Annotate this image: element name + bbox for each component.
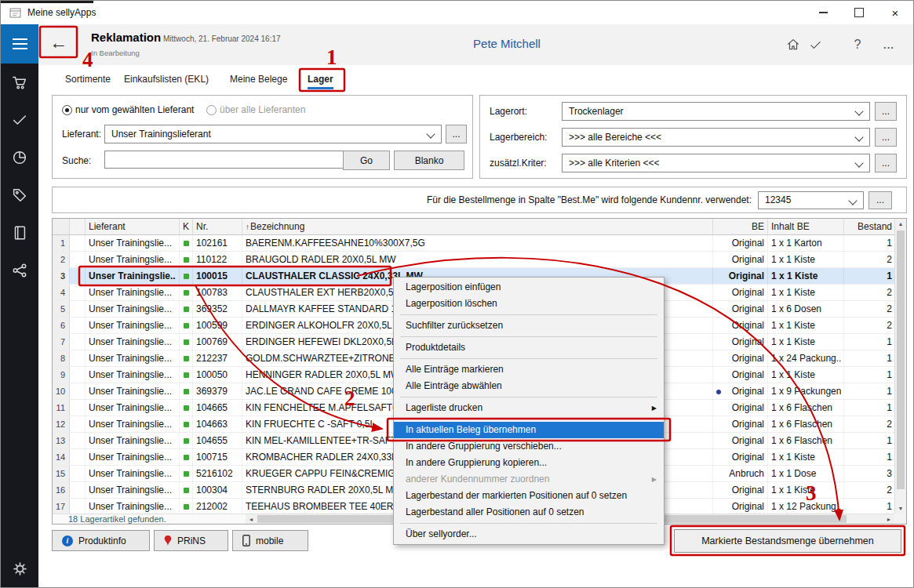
filter-dropdown[interactable]: >>> alle Bereiche <<< — [562, 128, 870, 147]
cell-inhalt-be: 1 x 24 Packung.. — [768, 350, 844, 366]
tab[interactable]: Lager — [308, 67, 333, 92]
scroll-down-icon[interactable]: ▼ — [895, 503, 906, 514]
column-header-k[interactable]: K — [180, 219, 193, 234]
user-name[interactable]: Pete Mitchell — [440, 37, 574, 50]
scroll-left-icon[interactable]: ◄ — [246, 514, 257, 524]
back-button[interactable]: ← — [42, 28, 75, 57]
sidebar-item-journal[interactable] — [1, 214, 38, 252]
row-selector-cell — [70, 334, 86, 350]
cell-nr: 212237 — [193, 350, 242, 366]
cell-lieferant: Unser Trainingslie... — [86, 334, 180, 350]
blanko-button[interactable]: Blanko — [394, 151, 464, 170]
minimize-button[interactable] — [805, 1, 841, 24]
customer-number-more-button[interactable]: ... — [868, 191, 892, 209]
cell-bestand: 1 — [844, 433, 896, 448]
column-header-inhalt-be[interactable]: Inhalt BE — [768, 219, 844, 234]
filter-more-button[interactable]: ... — [875, 102, 897, 121]
context-menu-item[interactable]: Lagerbestand der markierten Positionen a… — [394, 488, 664, 504]
column-header-bezeichnung[interactable]: ↑Bezeichnung — [242, 219, 713, 234]
sidebar-item-cart[interactable] — [1, 64, 38, 101]
tab[interactable]: Sortimente — [65, 67, 111, 92]
maximize-button[interactable] — [841, 1, 877, 24]
produktinfo-button[interactable]: i Produktinfo — [52, 530, 150, 551]
context-menu-item[interactable]: Suchfilter zurücksetzen ▶ — [394, 318, 664, 334]
column-header-be[interactable]: BE — [713, 219, 768, 234]
cell-nr: 104665 — [193, 400, 242, 416]
context-menu-item[interactable]: In aktuellen Beleg übernehmen ▶ — [394, 422, 664, 438]
tab[interactable]: Meine Belege — [230, 67, 287, 92]
filter-more-button[interactable]: ... — [875, 128, 897, 147]
supplier-dropdown[interactable]: Unser Trainingslieferant — [104, 125, 442, 143]
menu-button[interactable] — [1, 24, 38, 64]
vertical-scrollbar-thumb[interactable] — [897, 230, 905, 489]
window-controls: × — [805, 1, 913, 24]
stock-status-dot — [184, 339, 189, 345]
filter-more-button[interactable]: ... — [875, 154, 897, 172]
filter-label: zusätzl.Kriter: — [490, 158, 557, 169]
sidebar-item-tasks[interactable] — [1, 101, 38, 139]
apply-marked-quantity-button[interactable]: Markierte Bestandsmenge übernehmen — [674, 529, 901, 553]
cell-bestand: 1 — [844, 235, 896, 251]
cell-inhalt-be: 1 x 1 Kiste — [768, 285, 844, 300]
page-status: In Bearbeitung — [91, 49, 140, 57]
filter-dropdown[interactable]: Trockenlager — [562, 102, 870, 121]
help-button[interactable]: ? — [847, 34, 868, 56]
supplier-filter-panel: nur vom gewählten Lieferant über alle Li… — [52, 95, 473, 179]
radio-all-suppliers[interactable] — [206, 105, 217, 115]
confirm-button[interactable] — [804, 34, 826, 56]
search-input[interactable] — [104, 151, 348, 169]
row-number: 15 — [53, 466, 70, 481]
context-menu-item[interactable]: anderer Kundennummer zuordnen ▶ — [394, 471, 664, 488]
radio-selected-supplier[interactable] — [62, 105, 72, 115]
row-selector-cell — [70, 433, 86, 448]
stock-status-dot — [184, 389, 189, 394]
go-button[interactable]: Go — [343, 151, 390, 170]
home-button[interactable] — [782, 34, 804, 56]
table-row[interactable]: 1 Unser Trainingslie... 102161 BAERENM.K… — [53, 235, 906, 252]
cell-bezeichnung: BRAUGOLD RADLER 20X0,5L MW — [242, 252, 713, 267]
filter-dropdown[interactable]: >>> alle Kriterien <<< — [562, 154, 870, 172]
supplier-more-button[interactable]: ... — [446, 125, 467, 143]
context-menu-item[interactable]: Über sellyorder... ▶ — [394, 526, 664, 543]
cell-k — [180, 400, 193, 416]
context-menu-item[interactable]: Alle Einträge markieren ▶ — [394, 361, 664, 378]
sidebar-item-share[interactable] — [1, 252, 38, 289]
check-icon — [809, 38, 822, 52]
tab-bar: SortimenteEinkaufslisten (EKL)Meine Bele… — [38, 67, 914, 92]
context-menu-item[interactable]: In andere Gruppierung verschieben... ▶ — [394, 438, 664, 455]
cell-be: Original — [713, 235, 768, 251]
column-header-bestand[interactable]: Bestand — [844, 219, 896, 234]
context-menu-item[interactable]: In andere Gruppierung kopieren... ▶ — [394, 455, 664, 471]
customer-number-dropdown[interactable]: 12345 — [758, 191, 864, 209]
row-number: 11 — [53, 400, 70, 416]
context-menu-item[interactable]: Lagerbestand aller Positionen auf 0 setz… — [394, 504, 664, 521]
close-button[interactable]: × — [877, 1, 913, 24]
cell-k — [180, 466, 193, 481]
sidebar-item-statistics[interactable] — [1, 139, 38, 176]
tab[interactable]: Einkaufslisten (EKL) — [124, 67, 209, 92]
vertical-scrollbar[interactable]: ▲ ▼ — [894, 219, 906, 514]
scroll-right-icon[interactable]: ► — [883, 514, 894, 524]
context-menu-item[interactable]: Produktdetails ▶ — [394, 339, 664, 356]
row-selector-cell — [70, 383, 86, 399]
scroll-up-icon[interactable]: ▲ — [895, 219, 906, 229]
cell-inhalt-be: 1 x 9 Packungen — [768, 383, 844, 399]
column-header-nr[interactable]: Nr. — [193, 219, 242, 234]
row-number: 10 — [53, 383, 70, 399]
context-menu-item[interactable]: Alle Einträge abwählen ▶ — [394, 378, 664, 394]
prins-button[interactable]: PRiNS — [154, 530, 228, 551]
column-header-lieferant[interactable]: Lieferant — [86, 219, 180, 234]
mobile-button[interactable]: mobile — [232, 530, 308, 551]
sidebar-item-settings[interactable] — [1, 553, 38, 584]
sidebar-item-labels[interactable] — [1, 176, 38, 214]
more-button[interactable]: ... — [878, 34, 900, 56]
cell-be: Original — [713, 301, 768, 317]
cell-lieferant: Unser Trainingslie... — [86, 383, 180, 399]
stock-status-dot — [184, 488, 189, 493]
context-menu-item[interactable]: Lagerposition einfügen ▶ — [394, 279, 664, 296]
table-row[interactable]: 2 Unser Trainingslie... 110122 BRAUGOLD … — [53, 252, 906, 268]
context-menu-item[interactable]: Lagerliste drucken ▶ — [394, 400, 664, 416]
row-selector-cell — [70, 235, 86, 251]
row-selector-cell — [70, 482, 86, 498]
context-menu-item[interactable]: Lagerposition löschen ▶ — [394, 296, 664, 312]
